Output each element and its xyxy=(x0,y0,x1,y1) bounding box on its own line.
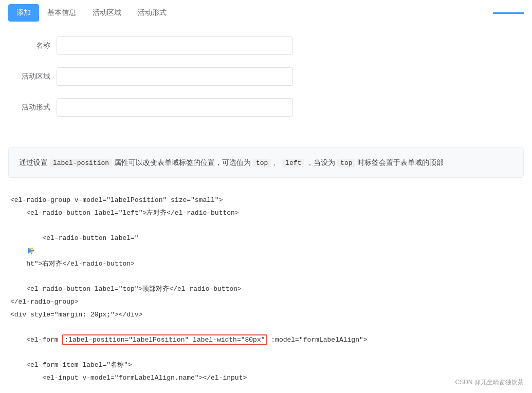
code-section: <el-radio-group v-model="labelPosition" … xyxy=(0,188,532,393)
add-button[interactable]: 添加 xyxy=(8,4,39,22)
desc-code2: top xyxy=(253,159,271,167)
code-line-9: <el-input v-model="formLabelAlign.name">… xyxy=(10,372,522,385)
code-line-6: <div style="margin: 20px;"></div> xyxy=(10,309,522,322)
desc-code4: top xyxy=(337,159,355,167)
input-name[interactable] xyxy=(57,36,293,55)
form-row-area: 活动区域 xyxy=(15,67,517,86)
code-line-1: <el-radio-group v-model="labelPosition" … xyxy=(10,194,522,207)
label-form: 活动形式 xyxy=(15,103,57,112)
form-section: 名称 活动区域 活动形式 xyxy=(0,26,532,139)
tab-1[interactable]: 基本信息 xyxy=(39,4,84,22)
input-form[interactable] xyxy=(57,98,293,117)
tab-3[interactable]: 活动形式 xyxy=(130,4,175,22)
desc-text4: ，当设为 xyxy=(306,158,335,166)
code-line-5: </el-radio-group> xyxy=(10,296,522,309)
code-line-7: <el-form :label-position="labelPosition"… xyxy=(10,321,522,359)
highlight-label-position: :label-position="labelPosition" label-wi… xyxy=(62,334,267,345)
desc-code3: left xyxy=(282,159,304,167)
label-area: 活动区域 xyxy=(15,72,57,81)
tab-2[interactable]: 活动区域 xyxy=(84,4,130,22)
label-name: 名称 xyxy=(15,41,57,50)
cursor-icon xyxy=(27,246,36,255)
desc-text1: 通过设置 xyxy=(19,158,48,166)
code-line-3: <el-radio-button label=" ht">右对齐</el-rad… xyxy=(10,220,522,283)
svg-point-3 xyxy=(32,249,34,251)
code-line-4: <el-radio-button label="top">顶部对齐</el-ra… xyxy=(10,283,522,296)
watermark: CSDN @兀坐晴窗独饮茶 xyxy=(455,378,524,387)
code-line-8: <el-form-item label="名称"> xyxy=(10,359,522,372)
svg-point-2 xyxy=(31,247,33,249)
desc-text3: 、 xyxy=(273,158,280,166)
form-row-name: 名称 xyxy=(15,36,517,55)
form-row-form: 活动形式 xyxy=(15,98,517,117)
desc-text2: 属性可以改变表单域标签的位置，可选值为 xyxy=(114,158,251,166)
desc-text5: 时标签会置于表单域的顶部 xyxy=(357,158,444,166)
desc-code1: label-position xyxy=(50,159,112,167)
description-box: 通过设置 label-position 属性可以改变表单域标签的位置，可选值为 … xyxy=(8,147,524,178)
svg-point-1 xyxy=(29,248,31,250)
input-area[interactable] xyxy=(57,67,293,86)
code-line-2: <el-radio-button label="left">左对齐</el-ra… xyxy=(10,207,522,220)
top-bar: 添加 基本信息 活动区域 活动形式 xyxy=(0,0,532,26)
